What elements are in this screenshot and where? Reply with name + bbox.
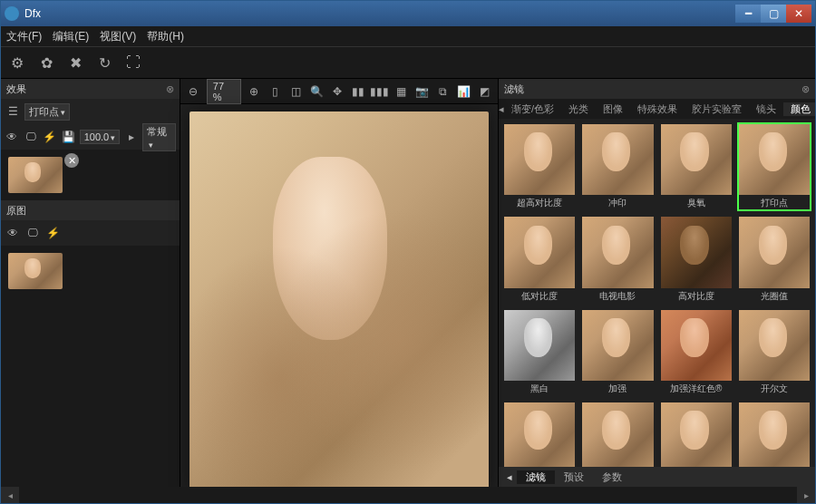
- filter-thumb: [661, 217, 732, 287]
- scroll-track[interactable]: [19, 487, 797, 503]
- effects-close-icon[interactable]: ⊗: [166, 83, 174, 95]
- menu-edit[interactable]: 编辑(E): [53, 29, 89, 44]
- filter-thumb: [582, 124, 653, 195]
- filter-item[interactable]: 低对比度: [502, 215, 577, 304]
- scroll-left-icon[interactable]: ◂: [1, 487, 19, 503]
- left-spacer: [1, 296, 180, 487]
- filter-category-tabs: ◂ 渐变/色彩 光类 图像 特殊效果 胶片实验室 镜头 颜色 ▸: [499, 99, 815, 119]
- filter-item[interactable]: 高对比度: [659, 215, 733, 304]
- intensity-input[interactable]: 100.0: [80, 130, 121, 144]
- viewer-canvas[interactable]: [180, 104, 498, 487]
- filter-label: 加强: [608, 383, 627, 395]
- original-thumbnail[interactable]: [8, 253, 63, 289]
- filter-label: 电视电影: [599, 290, 636, 303]
- right-panel: 滤镜 ⊗ ◂ 渐变/色彩 光类 图像 特殊效果 胶片实验室 镜头 颜色 ▸ 超高…: [498, 79, 815, 487]
- zoom-out-icon[interactable]: ⊖: [186, 83, 201, 100]
- filter-row: 超高对比度 冲印 臭氧 打印点: [502, 122, 811, 211]
- filter-label: 高对比度: [678, 290, 714, 303]
- magnify-icon[interactable]: 🔍: [309, 83, 325, 100]
- gear2-icon[interactable]: ✿: [35, 52, 57, 73]
- minimize-button[interactable]: ━: [735, 5, 761, 23]
- btab-param[interactable]: 参数: [593, 470, 631, 484]
- cols3-icon[interactable]: ▮▮▮: [372, 83, 388, 100]
- effect-remove-icon[interactable]: ✕: [64, 153, 79, 168]
- disk-icon[interactable]: 💾: [61, 129, 76, 145]
- filter-item[interactable]: 加强: [580, 308, 655, 397]
- histogram-icon[interactable]: 📊: [456, 83, 471, 100]
- effect-thumbnail[interactable]: [8, 157, 63, 193]
- tab-filmlab[interactable]: 胶片实验室: [685, 102, 749, 116]
- filter-thumb: [582, 217, 653, 287]
- tab-lens[interactable]: 镜头: [749, 102, 783, 116]
- filter-item[interactable]: 黑白: [502, 308, 577, 397]
- filter-item-selected[interactable]: 打印点: [737, 122, 811, 211]
- filter-header: 滤镜 ⊗: [499, 79, 815, 99]
- mode-dropdown[interactable]: 常规: [142, 123, 176, 151]
- original-title: 原图: [6, 204, 26, 218]
- list-icon[interactable]: ☰: [5, 103, 21, 120]
- monitor2-icon[interactable]: 🖵: [24, 225, 41, 241]
- refresh-icon[interactable]: ↻: [93, 52, 115, 73]
- main-area: 效果 ⊗ ☰ 打印点 👁 🖵 ⚡ 💾 100.0 ▸ 常规 ✕ 原图: [1, 79, 815, 487]
- filter-item[interactable]: 开尔文: [737, 308, 811, 397]
- effects-title: 效果: [6, 82, 26, 96]
- tab-light[interactable]: 光类: [561, 102, 596, 116]
- single-view-icon[interactable]: ▯: [267, 83, 283, 100]
- menu-file[interactable]: 文件(F): [6, 29, 42, 44]
- filter-label: 开尔文: [761, 383, 788, 395]
- btab-filter[interactable]: 滤镜: [517, 470, 555, 484]
- filter-item[interactable]: [502, 401, 577, 467]
- cols2-icon[interactable]: ▮▮: [351, 83, 366, 100]
- filter-item[interactable]: [580, 401, 655, 467]
- gear-icon[interactable]: ⚙: [6, 52, 28, 73]
- btab-preset[interactable]: 预设: [555, 470, 593, 484]
- filter-thumb: [504, 402, 575, 467]
- filter-item[interactable]: 光圈值: [737, 215, 811, 304]
- viewer-toolbar: ⊖ 77 % ⊕ ▯ ◫ 🔍 ✥ ▮▮ ▮▮▮ ▦ 📷 ⧉ 📊 ◩: [180, 79, 498, 104]
- eye2-icon[interactable]: 👁: [5, 225, 21, 241]
- preset-dropdown[interactable]: 打印点: [24, 103, 70, 121]
- menu-view[interactable]: 视图(V): [100, 29, 136, 44]
- filter-item[interactable]: 加强洋红色®: [659, 308, 733, 397]
- filter-item[interactable]: [737, 401, 811, 467]
- filter-item[interactable]: 电视电影: [580, 215, 655, 304]
- cancel-icon[interactable]: ✖: [64, 52, 86, 73]
- fit-icon[interactable]: ⛶: [122, 52, 144, 73]
- filter-item[interactable]: 超高对比度: [502, 122, 577, 211]
- filter-label: 打印点: [761, 197, 788, 209]
- window-close-button[interactable]: ✕: [786, 5, 811, 23]
- left-panel: 效果 ⊗ ☰ 打印点 👁 🖵 ⚡ 💾 100.0 ▸ 常规 ✕ 原图: [1, 79, 180, 487]
- filter-label: 超高对比度: [517, 197, 562, 209]
- overlay-icon[interactable]: ⧉: [435, 83, 451, 100]
- btab-prev-icon[interactable]: ◂: [502, 471, 517, 483]
- eye-icon[interactable]: 👁: [5, 129, 20, 145]
- filter-row: [502, 401, 811, 467]
- filter-item[interactable]: 臭氧: [659, 122, 733, 211]
- monitor-icon[interactable]: 🖵: [24, 129, 39, 145]
- split-view-icon[interactable]: ◫: [288, 83, 304, 100]
- menu-help[interactable]: 帮助(H): [147, 29, 184, 44]
- filter-panel-close-icon[interactable]: ⊗: [801, 83, 810, 95]
- tab-color[interactable]: 颜色: [783, 102, 815, 116]
- bolt2-icon[interactable]: ⚡: [44, 225, 61, 241]
- scroll-right-icon[interactable]: ▸: [797, 487, 815, 503]
- filter-item[interactable]: 冲印: [580, 122, 655, 211]
- filter-item[interactable]: [659, 401, 733, 467]
- filter-title: 滤镜: [504, 82, 524, 96]
- stepper-icon[interactable]: ▸: [123, 129, 139, 145]
- bolt-icon[interactable]: ⚡: [42, 129, 57, 145]
- crop-icon[interactable]: ◩: [477, 83, 492, 100]
- grid-icon[interactable]: ▦: [393, 83, 409, 100]
- filter-row: 黑白 加强 加强洋红色® 开尔文: [502, 308, 811, 397]
- tab-gradient[interactable]: 渐变/色彩: [504, 102, 561, 116]
- tab-image[interactable]: 图像: [596, 102, 630, 116]
- tab-fx[interactable]: 特殊效果: [630, 102, 685, 116]
- filter-label: 光圈值: [761, 290, 788, 303]
- move-icon[interactable]: ✥: [330, 83, 345, 100]
- maximize-button[interactable]: ▢: [761, 5, 786, 23]
- zoom-in-icon[interactable]: ⊕: [247, 83, 262, 100]
- zoom-value[interactable]: 77 %: [207, 79, 241, 104]
- camera-icon[interactable]: 📷: [414, 83, 430, 100]
- original-header: 原图: [1, 200, 180, 220]
- filter-thumb: [739, 217, 810, 287]
